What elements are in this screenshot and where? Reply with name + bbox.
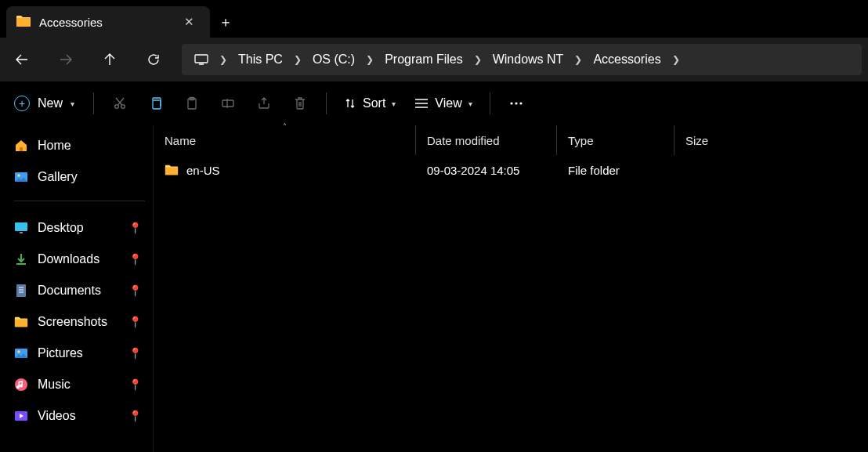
new-label: New — [38, 96, 63, 110]
view-button[interactable]: View ▾ — [405, 88, 481, 119]
svg-point-7 — [510, 102, 512, 104]
column-header-size[interactable]: Size — [675, 125, 753, 155]
folder-icon — [165, 163, 179, 177]
copy-button[interactable] — [138, 88, 174, 119]
sidebar-item-desktop[interactable]: Desktop 📍 — [14, 212, 145, 244]
svg-point-2 — [121, 105, 125, 109]
file-row[interactable]: en-US 09-03-2024 14:05 File folder — [154, 155, 868, 185]
sort-asc-icon: ˄ — [283, 122, 287, 131]
pin-icon: 📍 — [128, 378, 142, 391]
title-bar: Accessories ✕ ＋ — [0, 0, 868, 38]
chevron-right-icon[interactable]: ❯ — [471, 54, 485, 65]
separator — [490, 92, 490, 114]
sidebar-item-gallery[interactable]: Gallery — [14, 161, 145, 193]
sidebar-item-label: Screenshots — [38, 315, 107, 329]
close-tab-button[interactable]: ✕ — [178, 12, 201, 32]
chevron-right-icon[interactable]: ❯ — [571, 54, 585, 65]
documents-icon — [14, 284, 28, 298]
view-label: View — [435, 96, 461, 110]
pin-icon: 📍 — [128, 253, 142, 266]
pin-icon: 📍 — [128, 222, 142, 234]
sidebar-item-downloads[interactable]: Downloads 📍 — [14, 244, 145, 275]
sidebar-item-label: Videos — [38, 409, 76, 423]
desktop-icon — [14, 221, 28, 235]
sidebar-item-label: Desktop — [38, 221, 84, 235]
forward-button[interactable] — [44, 38, 88, 81]
sidebar-divider — [14, 201, 145, 201]
svg-point-9 — [519, 102, 522, 104]
breadcrumb-program-files[interactable]: Program Files — [377, 44, 471, 75]
breadcrumb-os-c[interactable]: OS (C:) — [305, 44, 363, 75]
chevron-right-icon[interactable]: ❯ — [669, 54, 683, 65]
sort-label: Sort — [363, 96, 385, 110]
chevron-right-icon[interactable]: ❯ — [291, 54, 305, 65]
sidebar-item-documents[interactable]: Documents 📍 — [14, 275, 145, 306]
breadcrumb-windows-nt[interactable]: Windows NT — [485, 44, 572, 75]
svg-rect-6 — [222, 100, 233, 107]
breadcrumb-accessories[interactable]: Accessories — [585, 44, 668, 75]
folder-icon — [16, 15, 30, 29]
sort-button[interactable]: Sort ▾ — [335, 88, 405, 119]
svg-rect-14 — [16, 284, 26, 297]
sidebar-item-music[interactable]: Music 📍 — [14, 369, 145, 400]
music-icon — [14, 378, 28, 392]
pin-icon: 📍 — [128, 316, 142, 328]
pictures-icon — [14, 346, 28, 360]
chevron-down-icon: ▾ — [468, 99, 472, 108]
up-button[interactable] — [88, 38, 132, 81]
back-button[interactable] — [0, 38, 44, 81]
separator — [93, 92, 94, 114]
sidebar-item-home[interactable]: Home — [14, 130, 145, 161]
column-header-type[interactable]: Type — [557, 125, 675, 155]
pin-icon: 📍 — [128, 284, 142, 297]
svg-rect-13 — [20, 232, 23, 233]
pin-icon: 📍 — [128, 347, 142, 360]
sidebar-item-label: Music — [38, 378, 71, 392]
paste-button[interactable] — [174, 88, 210, 119]
downloads-icon — [14, 252, 28, 266]
sidebar-item-videos[interactable]: Videos 📍 — [14, 400, 145, 432]
sidebar-item-label: Downloads — [38, 252, 99, 266]
rename-button[interactable] — [210, 88, 246, 119]
window-tab[interactable]: Accessories ✕ — [6, 6, 210, 38]
chevron-down-icon: ▾ — [71, 99, 74, 108]
file-type: File folder — [557, 164, 675, 177]
breadcrumb-root-icon[interactable] — [186, 44, 216, 75]
svg-point-11 — [17, 174, 20, 177]
home-icon — [14, 139, 28, 153]
chevron-down-icon: ▾ — [392, 99, 396, 108]
column-header-name[interactable]: ˄ Name — [154, 125, 416, 155]
videos-icon — [14, 409, 28, 423]
refresh-button[interactable] — [132, 38, 175, 81]
sidebar-item-pictures[interactable]: Pictures 📍 — [14, 338, 145, 369]
tab-title: Accessories — [39, 16, 178, 29]
column-header-row: ˄ Name Date modified Type Size — [154, 125, 868, 155]
chevron-right-icon[interactable]: ❯ — [363, 54, 377, 65]
sort-icon — [344, 97, 356, 110]
breadcrumb[interactable]: ❯ This PC❯ OS (C:)❯ Program Files❯ Windo… — [182, 44, 862, 75]
chevron-right-icon[interactable]: ❯ — [216, 54, 230, 65]
sidebar-item-label: Pictures — [38, 346, 83, 360]
content-area: Home Gallery Desktop 📍 Downloads 📍 Docum… — [0, 125, 868, 452]
sidebar-item-label: Documents — [38, 284, 101, 298]
column-header-date[interactable]: Date modified — [416, 125, 557, 155]
delete-button[interactable] — [282, 88, 318, 119]
breadcrumb-this-pc[interactable]: This PC — [230, 44, 291, 75]
svg-point-1 — [115, 105, 119, 109]
nav-bar: ❯ This PC❯ OS (C:)❯ Program Files❯ Windo… — [0, 38, 868, 81]
pin-icon: 📍 — [128, 410, 142, 422]
svg-rect-3 — [153, 100, 161, 109]
sidebar-item-screenshots[interactable]: Screenshots 📍 — [14, 306, 145, 338]
svg-point-8 — [515, 102, 517, 104]
cut-button[interactable] — [102, 88, 138, 119]
folder-icon — [14, 315, 28, 329]
sidebar-item-label: Home — [38, 139, 71, 153]
svg-rect-0 — [195, 55, 208, 63]
sidebar: Home Gallery Desktop 📍 Downloads 📍 Docum… — [0, 125, 153, 452]
share-button[interactable] — [246, 88, 282, 119]
more-button[interactable] — [498, 88, 534, 119]
plus-circle-icon: + — [14, 96, 30, 111]
sidebar-item-label: Gallery — [38, 170, 78, 184]
new-tab-button[interactable]: ＋ — [210, 6, 241, 38]
new-button[interactable]: + New ▾ — [6, 88, 85, 119]
